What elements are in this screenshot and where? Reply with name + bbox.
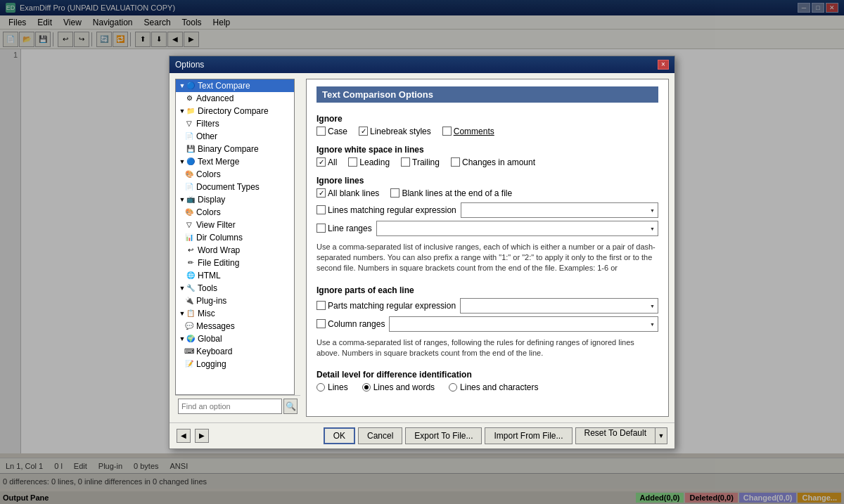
checkbox-line-ranges[interactable]: Line ranges (316, 224, 372, 233)
ignore-checkboxes: Case Linebreak styles Comments (316, 127, 658, 136)
search-button[interactable]: 🔍 (283, 399, 298, 414)
checkbox-case[interactable]: Case (316, 127, 347, 136)
tree-item-display[interactable]: ▼ 📺 Display (176, 193, 294, 206)
tree-label-view-filter: View Filter (196, 220, 236, 230)
tree-item-plugins[interactable]: 🔌 Plug-ins (176, 295, 294, 307)
tree-icon-other: 📄 (184, 131, 194, 141)
checkbox-changes-amount[interactable]: Changes in amount (451, 157, 535, 167)
tree-item-binary-compare[interactable]: 💾 Binary Compare (176, 143, 294, 155)
checkbox-matching-regex[interactable]: Lines matching regular expression (316, 205, 456, 215)
radio-lines[interactable]: Lines (316, 382, 348, 392)
import-button[interactable]: Import From File... (485, 427, 572, 444)
matching-regex-dropdown[interactable] (461, 202, 658, 218)
checkbox-label-parts-regex: Parts matching regular expression (328, 301, 456, 311)
tree-label-plugins: Plug-ins (196, 296, 226, 306)
options-dialog: Options × ▼ 🔵 Text Compare ⚙ (169, 56, 675, 449)
tree-item-colors-merge[interactable]: 🎨 Colors (176, 168, 294, 181)
tree-item-html[interactable]: 🌐 HTML (176, 269, 294, 282)
radio-label-lines-chars: Lines and characters (460, 382, 538, 392)
radio-lines-words[interactable]: Lines and words (362, 382, 435, 392)
tree-label-advanced: Advanced (196, 93, 234, 103)
tree-label-html: HTML (198, 271, 221, 280)
parts-regex-dropdown[interactable] (460, 298, 658, 314)
radio-lines-chars[interactable]: Lines and characters (449, 382, 538, 392)
footer-left: ◀ ▶ (177, 429, 209, 443)
cancel-button[interactable]: Cancel (358, 427, 402, 444)
tree-item-misc[interactable]: ▼ 📋 Misc (176, 307, 294, 320)
nav-forward-button[interactable]: ▶ (195, 429, 209, 443)
tree-item-other[interactable]: 📄 Other (176, 130, 294, 143)
tree-item-keyboard[interactable]: ⌨ Keyboard (176, 345, 294, 358)
tree-item-advanced[interactable]: ⚙ Advanced (176, 92, 294, 105)
checkbox-all-blank[interactable]: All blank lines (316, 188, 379, 198)
ignore-lines-info: Use a comma-separated list of inclusive … (316, 242, 658, 274)
expand-icon-tools: ▼ (179, 285, 186, 292)
col-ranges-dropdown[interactable] (389, 316, 658, 332)
reset-main-button[interactable]: Reset To Default (575, 427, 656, 444)
tree-label-tools: Tools (198, 283, 217, 293)
search-input[interactable] (178, 399, 282, 414)
checkbox-label-linebreak: Linebreak styles (370, 127, 431, 136)
tree-icon-advanced: ⚙ (184, 93, 194, 103)
nav-back-button[interactable]: ◀ (177, 429, 191, 443)
checkbox-box-line-ranges (316, 224, 326, 233)
tree-item-messages[interactable]: 💬 Messages (176, 320, 294, 332)
reset-button-group: Reset To Default ▼ (575, 427, 668, 444)
reset-arrow-button[interactable]: ▼ (655, 427, 667, 444)
checkbox-box-col-ranges (316, 319, 326, 328)
checkbox-linebreak[interactable]: Linebreak styles (359, 127, 431, 136)
tree-icon-colors-merge: 🎨 (184, 169, 194, 179)
checkbox-blank-end[interactable]: Blank lines at the end of a file (390, 188, 512, 198)
tree-item-global[interactable]: ▼ 🌍 Global (176, 332, 294, 345)
tree-item-word-wrap[interactable]: ↩ Word Wrap (176, 244, 294, 257)
options-tree: ▼ 🔵 Text Compare ⚙ Advanced ▼ 📁 Director… (175, 79, 295, 395)
checkbox-box-comments (442, 127, 452, 136)
tree-item-dir-columns[interactable]: 📊 Dir Columns (176, 231, 294, 244)
expand-icon-html (179, 272, 186, 279)
expand-icon-dir: ▼ (179, 108, 186, 115)
tree-label-dir-columns: Dir Columns (196, 233, 243, 243)
tree-icon-messages: 💬 (184, 321, 194, 331)
expand-icon-bin (179, 146, 186, 153)
checkbox-all[interactable]: All (316, 157, 337, 167)
tree-item-text-merge[interactable]: ▼ 🔵 Text Merge (176, 155, 294, 168)
tree-icon-misc: 📋 (186, 309, 196, 318)
tree-item-directory-compare[interactable]: ▼ 📁 Directory Compare (176, 105, 294, 117)
tree-item-document-types[interactable]: 📄 Document Types (176, 181, 294, 193)
line-ranges-dropdown[interactable] (376, 221, 658, 236)
checkbox-box-parts-regex (316, 301, 326, 310)
ignore-lines-label: Ignore lines (316, 176, 658, 186)
checkbox-col-ranges[interactable]: Column ranges (316, 319, 385, 329)
tree-item-view-filter[interactable]: ▽ View Filter (176, 219, 294, 231)
tree-item-logging[interactable]: 📝 Logging (176, 358, 294, 370)
tree-item-filters[interactable]: ▽ Filters (176, 117, 294, 130)
dialog-close-button[interactable]: × (658, 60, 669, 70)
export-button[interactable]: Export To File... (405, 427, 482, 444)
checkbox-label-matching: Lines matching regular expression (328, 205, 456, 215)
tree-item-tools[interactable]: ▼ 🔧 Tools (176, 282, 294, 295)
tree-label-other: Other (196, 131, 217, 141)
tree-label-dir: Directory Compare (198, 106, 269, 116)
ok-button[interactable]: OK (324, 427, 355, 444)
ignore-whitespace-label: Ignore white space in lines (316, 145, 658, 155)
checkbox-box-linebreak (359, 127, 368, 136)
tree-item-colors-display[interactable]: 🎨 Colors (176, 206, 294, 219)
tree-label-colors-merge: Colors (196, 169, 221, 179)
tree-item-text-compare[interactable]: ▼ 🔵 Text Compare (176, 79, 294, 92)
dialog-title: Options (175, 60, 204, 70)
tree-item-file-editing[interactable]: ✏ File Editing (176, 257, 294, 269)
radio-btn-lines-chars (449, 383, 457, 392)
checkbox-parts-regex[interactable]: Parts matching regular expression (316, 301, 456, 311)
tree-icon-colors-display: 🎨 (184, 207, 194, 217)
checkbox-label-all-blank: All blank lines (328, 188, 379, 198)
checkbox-leading[interactable]: Leading (348, 157, 390, 167)
checkbox-trailing[interactable]: Trailing (401, 157, 440, 167)
checkbox-comments[interactable]: Comments (442, 127, 494, 136)
checkbox-box-trailing (401, 157, 410, 167)
checkbox-label-comments: Comments (454, 127, 494, 136)
footer-right: OK Cancel Export To File... Import From … (324, 427, 667, 444)
radio-btn-lines-words (362, 383, 371, 392)
expand-icon-fe (179, 259, 186, 266)
ignore-parts-label: Ignore parts of each line (316, 285, 658, 295)
tree-icon-plugins: 🔌 (184, 296, 194, 306)
